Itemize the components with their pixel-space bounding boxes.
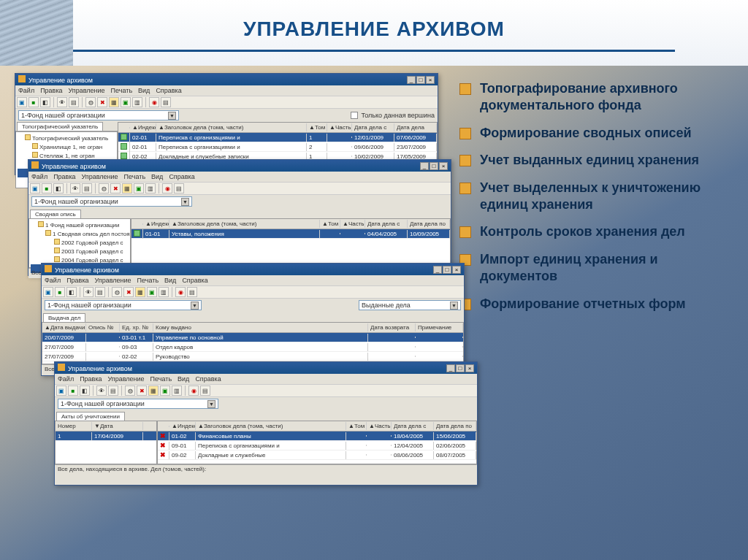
close-icon: × (426, 76, 435, 84)
slide-title: УПРАВЛЕНИЕ АРХИВОМ (0, 18, 748, 41)
tree-node[interactable]: 2002 Годовой раздел с (61, 239, 123, 246)
doc-icon (121, 134, 127, 140)
window-title: Управление архивом (42, 163, 106, 170)
window-controls[interactable]: _□× (419, 162, 448, 170)
toolbar-btn[interactable]: ▦ (109, 97, 119, 107)
grid-pane[interactable]: ▲Индекс▲Заголовок дела (тома, части)▲Том… (131, 218, 451, 268)
bullet-item: Учет выделенных к уничтожению единиц хра… (459, 180, 726, 214)
toolbar[interactable]: ▣■◧👁▤◍✖▦▣▥◉▤ (42, 285, 464, 299)
binoculars-icon[interactable]: 👁 (57, 97, 67, 107)
table-row[interactable]: 01-01Уставы, положения04/04/200510/09/20… (131, 229, 450, 239)
table-row[interactable]: 27/07/200909-03Отдел кадров (42, 342, 463, 352)
menubar[interactable]: Файл Правка Управление Печать Вид Справк… (15, 85, 438, 96)
app-icon (45, 265, 52, 272)
x-icon: ✖ (160, 433, 167, 440)
table-row[interactable]: 02-01Переписка с организациями и112/01/2… (118, 133, 437, 142)
grid-pane[interactable]: ▲Дата выдачиОпись №Ед. хр. №Кому выданоД… (42, 322, 464, 364)
menu-manage[interactable]: Управление (69, 87, 105, 94)
table-row[interactable]: 27/07/200902-02Руководство (42, 352, 463, 361)
table-row[interactable]: 20/07/200903-01 т.1Управление по основно… (42, 333, 463, 342)
toolbar-open-icon[interactable]: ▣ (17, 97, 27, 107)
tab-vydacha[interactable]: Выдача дел (43, 313, 85, 322)
table-row[interactable]: 02-01Переписка с организациями и209/06/2… (118, 142, 437, 152)
binoculars-icon[interactable]: 👁 (96, 386, 107, 396)
toolbar-save-icon[interactable]: ■ (28, 97, 39, 107)
tree-node[interactable]: 2003 Годовой раздел с (61, 248, 123, 255)
menu-file[interactable]: Файл (18, 87, 34, 94)
x-icon: ✖ (160, 452, 167, 459)
tree-tab[interactable]: Сводная опись (30, 210, 81, 218)
dropdown-value: 1-Фонд нашей организации (21, 112, 105, 119)
fund-dropdown[interactable]: 1-Фонд нашей организации▼ (18, 110, 179, 120)
titlebar[interactable]: Управление архивом _□× (15, 74, 438, 85)
delete-icon[interactable]: ✖ (97, 97, 107, 107)
toolbar-btn[interactable]: ▣ (121, 97, 131, 107)
window-opis: Управление архивом_□× ФайлПравкаУправлен… (28, 159, 451, 276)
chevron-down-icon: ▼ (207, 400, 215, 408)
bullet-item: Импорт единиц хранения и документов (459, 251, 726, 285)
chevron-down-icon[interactable]: ▼ (181, 198, 189, 206)
menu-help[interactable]: Справка (156, 87, 181, 94)
fund-dropdown[interactable]: 1-Фонд нашей организации▼ (31, 196, 192, 207)
window-vydacha: Управление архивом_□× ФайлПравкаУправлен… (41, 263, 465, 376)
toolbar-btn[interactable]: ▤ (161, 97, 171, 107)
toolbar-btn[interactable]: ▥ (132, 97, 142, 107)
menubar[interactable]: ФайлПравкаУправлениеПечатьВидСправка (28, 172, 451, 182)
menu-view[interactable]: Вид (138, 87, 150, 94)
filterbar: 1-Фонд нашей организации▼ Только данная … (15, 109, 438, 122)
menubar[interactable]: ФайлПравкаУправлениеПечатьВидСправка (42, 275, 464, 285)
menubar[interactable]: ФайлПравкаУправлениеПечатьВидСправка (55, 374, 477, 384)
window-controls[interactable]: _□× (406, 76, 435, 84)
doc-icon (121, 143, 127, 150)
fund-dropdown[interactable]: 1-Фонд нашей организации▼ (45, 300, 202, 310)
titlebar[interactable]: Управление архивом_□× (42, 264, 464, 275)
table-row[interactable]: ✖09-02Докладные и служебные08/06/200508/… (158, 450, 476, 460)
only-this-node-checkbox[interactable] (351, 112, 358, 119)
toolbar[interactable]: ▣■◧👁▤◍✖▦▣▥◉▤ (28, 182, 451, 195)
titlebar[interactable]: Управление архивом_□× (28, 160, 451, 172)
window-title: Управление архивом (68, 365, 132, 372)
x-icon: ✖ (160, 442, 167, 449)
binoculars-icon[interactable]: 👁 (83, 287, 94, 297)
binoculars-icon[interactable]: 👁 (70, 183, 80, 193)
tab-akty[interactable]: Акты об уничтожении (56, 412, 125, 421)
filter-dropdown[interactable]: Выданные дела▼ (359, 300, 461, 310)
app-icon (58, 364, 65, 371)
toolbar-btn[interactable]: ◉ (149, 97, 159, 107)
tree-pane[interactable]: 1 Фонд нашей организации 1 Сводная опись… (28, 218, 131, 268)
chevron-down-icon: ▼ (450, 302, 458, 310)
statusbar: Все дела, находящиеся в архиве. Дел (том… (55, 464, 477, 475)
bullet-item: Формирование сводных описей (459, 125, 726, 142)
titlebar[interactable]: Управление архивом_□× (55, 362, 477, 374)
bullet-item: Учет выданных единиц хранения (459, 152, 726, 169)
grid-pane[interactable]: ▲Индекс▲Заголовок дела (тома, части)▲Том… (157, 421, 477, 464)
tree-node[interactable]: Топографический указатель (32, 135, 108, 142)
menu-print[interactable]: Печать (111, 87, 132, 94)
tree-node[interactable]: Хранилище 1, не огран (39, 144, 102, 150)
table-row[interactable]: ✖09-01Переписка с организациями и12/04/2… (158, 441, 476, 450)
table-row[interactable]: 117/04/2009 (56, 431, 156, 441)
table-row[interactable]: ✖01-02Финансовые планы18/04/200515/06/20… (158, 431, 476, 441)
tree-node[interactable]: 1 Сводная опись дел постоя (53, 231, 130, 237)
menu-edit[interactable]: Правка (40, 87, 62, 94)
window-title: Управление архивом (55, 266, 119, 274)
toolbar[interactable]: ▣■◧👁▤◍✖▦▣▥◉▤ (55, 384, 477, 397)
chevron-down-icon[interactable]: ▼ (168, 112, 176, 120)
toolbar[interactable]: ▣ ■ ◧ 👁 ▤ ◍ ✖ ▦ ▣ ▥ ◉ ▤ (15, 96, 438, 109)
toolbar-btn[interactable]: ◍ (85, 97, 96, 107)
fund-dropdown[interactable]: 1-Фонд нашей организации▼ (58, 399, 218, 409)
bullet-item: Формирование отчетных форм (459, 296, 726, 312)
app-icon (18, 75, 26, 83)
doc-icon (121, 153, 127, 159)
tree-node[interactable]: Стеллаж 1, не огран (39, 153, 95, 159)
grid-header[interactable]: ▲Индекс ▲Заголовок дела (тома, части) ▲Т… (118, 123, 437, 133)
acts-list[interactable]: Номер▼Дата 117/04/2009 (55, 421, 157, 464)
bullet-item: Контроль сроков хранения дел (459, 223, 726, 240)
app-icon (31, 161, 39, 169)
tree-node[interactable]: 1 Фонд нашей организации (45, 222, 120, 229)
toolbar-btn[interactable]: ◧ (40, 97, 50, 107)
minimize-icon: _ (407, 76, 416, 84)
toolbar-btn[interactable]: ▤ (69, 97, 79, 107)
tree-tab[interactable]: Топографический указатель (17, 122, 103, 131)
checkbox-label: Только данная вершина (361, 112, 435, 119)
